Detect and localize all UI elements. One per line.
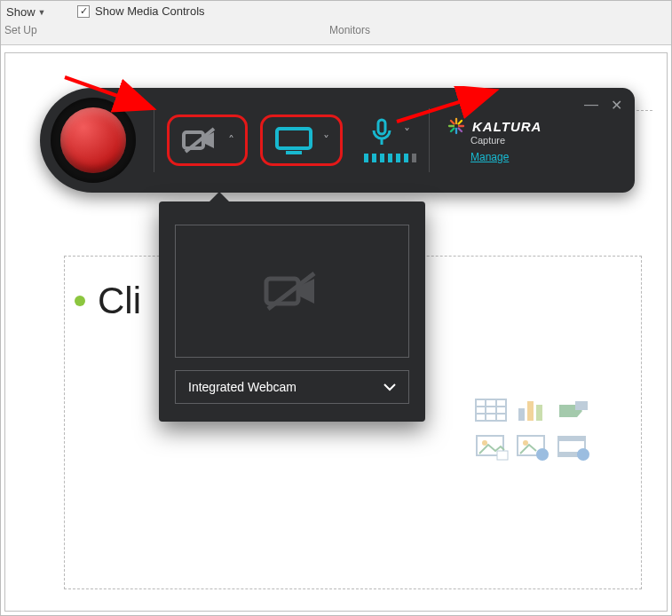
- screen-source-toggle[interactable]: ˅: [260, 115, 343, 166]
- insert-online-picture-icon[interactable]: [515, 431, 550, 462]
- microphone-icon: [370, 118, 393, 148]
- chevron-down-icon: [383, 383, 396, 391]
- svg-rect-5: [518, 408, 525, 421]
- audio-level-meter: [364, 154, 416, 162]
- divider: [154, 108, 154, 172]
- camera-device-selected: Integrated Webcam: [188, 380, 296, 394]
- svg-rect-9: [575, 401, 588, 410]
- minimize-button[interactable]: —: [584, 97, 598, 114]
- svg-rect-7: [536, 405, 542, 421]
- content-placeholder-icons[interactable]: [474, 396, 591, 462]
- kaltura-logo-icon: [447, 117, 465, 135]
- chevron-up-icon[interactable]: ˄: [228, 133, 234, 147]
- camera-source-toggle[interactable]: ˄: [167, 115, 248, 166]
- svg-point-15: [536, 448, 549, 461]
- caret-down-icon: ▼: [38, 8, 46, 17]
- brand-subtitle: Capture: [470, 135, 505, 146]
- insert-video-icon[interactable]: [556, 431, 591, 462]
- record-icon: [60, 107, 126, 173]
- ribbon-group-monitors: Monitors: [329, 24, 370, 36]
- record-button[interactable]: [51, 98, 136, 183]
- show-label: Show: [6, 5, 36, 19]
- svg-line-32: [459, 129, 462, 132]
- ribbon: Show ▼ Set Up ✓ Show Media Controls Moni…: [1, 1, 671, 45]
- brand-name: KALTURA: [472, 119, 542, 134]
- svg-line-34: [459, 121, 462, 124]
- svg-rect-17: [558, 437, 585, 441]
- camera-preview: [175, 225, 409, 358]
- chevron-down-icon[interactable]: ˅: [323, 133, 329, 147]
- svg-rect-12: [497, 451, 508, 460]
- audio-source[interactable]: ˅: [364, 118, 416, 162]
- svg-line-33: [451, 129, 455, 132]
- svg-line-31: [451, 121, 455, 124]
- camera-off-icon: [261, 268, 323, 314]
- show-media-controls-label: Show Media Controls: [95, 4, 205, 18]
- kaltura-capture-toolbar[interactable]: ˄ ˅ ˅: [40, 88, 635, 193]
- svg-point-19: [577, 448, 589, 461]
- manage-link[interactable]: Manage: [470, 151, 509, 163]
- insert-smartart-icon[interactable]: [556, 396, 591, 426]
- svg-rect-6: [527, 401, 534, 421]
- chevron-down-icon[interactable]: ˅: [404, 126, 410, 140]
- svg-rect-0: [476, 399, 506, 421]
- camera-device-dropdown[interactable]: Integrated Webcam: [175, 370, 409, 404]
- insert-chart-icon[interactable]: [515, 396, 550, 426]
- svg-point-11: [482, 440, 487, 446]
- show-dropdown[interactable]: Show ▼: [4, 4, 47, 20]
- camera-source-popover: Integrated Webcam: [159, 201, 425, 422]
- bullet-icon: [75, 296, 85, 306]
- bullet-line: Cli: [75, 280, 141, 322]
- checkbox-checked-icon: ✓: [77, 5, 90, 18]
- show-media-controls-checkbox[interactable]: ✓ Show Media Controls: [77, 4, 205, 18]
- svg-rect-25: [378, 120, 385, 134]
- camera-off-icon: [180, 125, 219, 155]
- kaltura-brand: KALTURA Capture Manage: [447, 117, 561, 163]
- window-controls: — ✕: [584, 97, 622, 114]
- close-button[interactable]: ✕: [611, 97, 622, 114]
- screen-icon: [273, 124, 314, 156]
- svg-point-14: [523, 440, 528, 446]
- insert-picture-icon[interactable]: [474, 431, 510, 462]
- ribbon-group-setup: Set Up: [4, 24, 37, 36]
- svg-rect-23: [277, 129, 311, 148]
- bullet-text: Cli: [98, 280, 141, 322]
- divider: [429, 108, 430, 172]
- insert-table-icon[interactable]: [474, 396, 510, 426]
